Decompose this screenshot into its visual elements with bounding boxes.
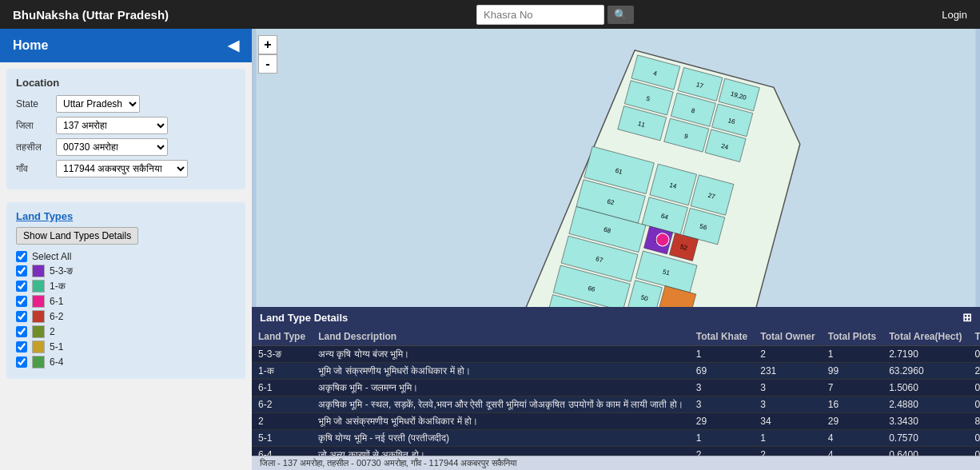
land-type-row: 6-2 [16, 310, 236, 323]
tehsil-row: तहसील 00730 अमरोहा [16, 138, 236, 156]
home-label: Home [13, 38, 48, 53]
ltd-column-header: Total Area(Hect) [882, 328, 968, 346]
ltd-expand-icon[interactable]: ⊞ [962, 311, 972, 324]
ltd-table-wrap[interactable]: Land TypeLand DescriptionTotal KhateTota… [252, 328, 980, 456]
ltd-table-cell: अन्य कृषि योग्य बंजर भूमि। [312, 346, 690, 363]
village-select[interactable]: 117944 अकबरपुर सकैनिया [56, 160, 188, 177]
ltd-table-cell: 3 [690, 380, 754, 396]
land-type-label-5-1: 5-1 [50, 341, 63, 352]
land-type-details-table: Land TypeLand DescriptionTotal KhateTota… [252, 328, 980, 456]
land-type-checkbox-5-1[interactable] [16, 341, 27, 352]
village-row: गाँव 117944 अकबरपुर सकैनिया [16, 160, 236, 177]
land-type-details-panel: Land Type Details ⊞ Land TypeLand Descri… [252, 307, 980, 470]
land-type-checkbox-1-क[interactable] [16, 281, 27, 292]
land-type-label-6-1: 6-1 [50, 296, 63, 307]
village-label: गाँव [16, 163, 56, 174]
app-title: BhuNaksha (Uttar Pradesh) [13, 8, 169, 22]
search-input[interactable] [476, 5, 604, 25]
ltd-table-cell: 0.00 [969, 380, 980, 396]
ltd-table-cell: 6-4 [252, 447, 312, 456]
sidebar-header: Home ◀ [0, 29, 252, 62]
state-select[interactable]: Uttar Pradesh [56, 95, 140, 113]
zoom-out-button[interactable]: - [258, 54, 277, 74]
ltd-table-cell: 2.4880 [882, 396, 968, 413]
show-land-types-details-button[interactable]: Show Land Types Details [16, 227, 138, 245]
zoom-in-button[interactable]: + [258, 35, 277, 54]
tehsil-select[interactable]: 00730 अमरोहा [56, 138, 168, 156]
ltd-table-cell: 69 [690, 363, 754, 380]
land-types-panel: Land Types Show Land Types Details Selec… [6, 202, 245, 379]
district-select[interactable]: 137 अमरोहा [56, 117, 168, 134]
ltd-table-cell: 1 [690, 346, 754, 363]
ltd-table-cell: 231 [754, 363, 821, 380]
ltd-table-cell: अकृषिक भूमि - जलमग्न भूमि। [312, 380, 690, 396]
ltd-table-row: 6-1अकृषिक भूमि - जलमग्न भूमि।3371.50600.… [252, 380, 980, 396]
ltd-table-cell: 34 [754, 413, 821, 430]
search-button[interactable]: 🔍 [608, 6, 634, 24]
topbar: BhuNaksha (Uttar Pradesh) 🔍 Login [0, 0, 980, 29]
ltd-table-cell: 99 [822, 363, 882, 380]
land-type-color-5-1 [32, 341, 45, 353]
ltd-title: Land Type Details [260, 312, 348, 324]
ltd-table-cell: 3.3430 [882, 413, 968, 430]
map-area[interactable]: + - 4 17 19,20 [252, 29, 980, 470]
ltd-table-cell: 0.00 [969, 430, 980, 447]
ltd-table-row: 5-3-ङअन्य कृषि योग्य बंजर भूमि।1212.7190… [252, 346, 980, 363]
ltd-column-header: Total Plots [822, 328, 882, 346]
land-type-color-6-2 [32, 310, 45, 323]
land-type-color-6-4 [32, 356, 45, 368]
land-type-color-5-3-ङ [32, 265, 45, 277]
ltd-table-row: 5-1कृषि योग्य भूमि - नई परती (परतीजदीद)1… [252, 430, 980, 447]
land-type-checkbox-6-1[interactable] [16, 296, 27, 307]
ltd-table-cell: 7 [822, 380, 882, 396]
land-type-row: 2 [16, 325, 236, 338]
ltd-table-cell: 85.10 [969, 413, 980, 430]
zoom-controls: + - [258, 35, 277, 74]
land-type-color-6-1 [32, 295, 45, 308]
sidebar: Home ◀ Location State Uttar Pradesh जिला… [0, 29, 252, 470]
land-type-row: 6-4 [16, 356, 236, 368]
land-type-row: 5-3-ङ [16, 265, 236, 277]
ltd-tbody: 5-3-ङअन्य कृषि योग्य बंजर भूमि।1212.7190… [252, 346, 980, 456]
land-type-color-2 [32, 325, 45, 338]
login-button[interactable]: Login [942, 9, 967, 21]
ltd-table-row: 2भूमि जो असंक्रमणीय भूमिधरों केअधिकार मे… [252, 413, 980, 430]
land-type-checkbox-5-3-ङ[interactable] [16, 265, 27, 277]
land-type-checkboxes: 5-3-ङ1-क6-16-225-16-4 [16, 265, 236, 368]
ltd-table-cell: 2 [252, 413, 312, 430]
state-row: State Uttar Pradesh [16, 95, 236, 113]
ltd-table-cell: 2 [690, 447, 754, 456]
ltd-table-cell: 2391.35 [969, 363, 980, 380]
ltd-table-cell: 2 [754, 447, 821, 456]
sidebar-toggle-button[interactable]: ◀ [228, 37, 239, 54]
ltd-table-cell: 4 [822, 447, 882, 456]
select-all-checkbox[interactable] [16, 251, 27, 262]
ltd-table-cell: 29 [822, 413, 882, 430]
land-type-label-2: 2 [50, 326, 55, 337]
select-all-label: Select All [32, 251, 71, 262]
ltd-table-cell: 3 [754, 380, 821, 396]
ltd-column-header: Total Owner [754, 328, 821, 346]
ltd-table-cell: 4 [822, 430, 882, 447]
ltd-table-cell: भूमि जो असंक्रमणीय भूमिधरों केअधिकार में… [312, 413, 690, 430]
land-type-label-6-4: 6-4 [50, 356, 63, 368]
land-type-checkbox-6-2[interactable] [16, 311, 27, 322]
ltd-table-cell: 3 [690, 396, 754, 413]
ltd-table-cell: 2 [754, 346, 821, 363]
land-type-label-1-क: 1-क [50, 281, 66, 292]
land-type-color-1-क [32, 280, 45, 293]
land-type-row: 1-क [16, 280, 236, 293]
ltd-thead-row: Land TypeLand DescriptionTotal KhateTota… [252, 328, 980, 346]
ltd-table-cell: 1 [754, 430, 821, 447]
location-title: Location [16, 77, 236, 89]
ltd-table-cell: 5-1 [252, 430, 312, 447]
land-types-title[interactable]: Land Types [16, 210, 236, 222]
land-type-checkbox-6-4[interactable] [16, 356, 27, 368]
ltd-table-cell: 6-1 [252, 380, 312, 396]
ltd-table-cell: 2.7190 [882, 346, 968, 363]
ltd-table-cell: 0.7570 [882, 430, 968, 447]
land-type-row: 6-1 [16, 295, 236, 308]
status-bar: जिला - 137 अमरोहा, तहसील - 00730 अमरोहा,… [252, 456, 980, 470]
ltd-table-cell: 6-2 [252, 396, 312, 413]
land-type-checkbox-2[interactable] [16, 326, 27, 337]
